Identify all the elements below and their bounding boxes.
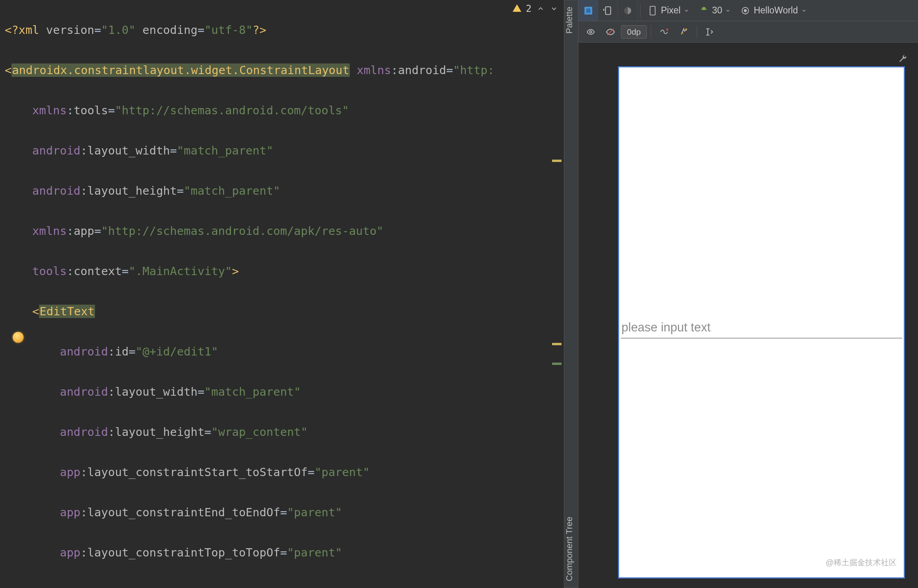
toggle-issue-panel-icon[interactable] <box>601 23 619 41</box>
device-phone-icon <box>647 6 658 16</box>
xml-code-editor[interactable]: 2 <?xml version="1.0" encoding="utf-8"?>… <box>0 0 564 588</box>
edittext-preview[interactable] <box>621 318 902 339</box>
svg-point-9 <box>590 31 592 33</box>
default-margins-icon[interactable] <box>701 23 719 41</box>
svg-point-5 <box>702 8 703 9</box>
night-mode-icon[interactable] <box>618 0 638 21</box>
attributes-wrench-icon[interactable] <box>897 54 909 65</box>
watermark-text: @稀土掘金技术社区 <box>826 557 897 568</box>
design-toolbar-top: Pixel 30 HelloWorld <box>578 0 918 21</box>
svg-point-6 <box>705 8 705 9</box>
clear-constraints-icon[interactable] <box>655 23 673 41</box>
theme-selector[interactable]: HelloWorld <box>735 0 811 21</box>
theme-name: HelloWorld <box>754 5 798 16</box>
palette-label: Palette <box>564 7 574 34</box>
layout-design-preview: Pixel 30 HelloWorld <box>578 0 918 588</box>
code-content[interactable]: <?xml version="1.0" encoding="utf-8"?> <… <box>5 0 564 588</box>
api-level-selector[interactable]: 30 <box>694 0 736 21</box>
chevron-down-icon <box>725 8 731 13</box>
svg-rect-2 <box>605 7 610 15</box>
device-preview-frame[interactable]: @稀土掘金技术社区 <box>618 66 905 579</box>
svg-point-8 <box>744 9 747 12</box>
separator <box>697 26 697 38</box>
component-tree-tool-window-button[interactable]: Component Tree <box>564 510 578 588</box>
component-tree-label: Component Tree <box>564 517 574 581</box>
device-name: Pixel <box>661 5 681 16</box>
separator <box>640 4 640 18</box>
infer-constraints-icon[interactable] <box>675 23 693 41</box>
chevron-down-icon <box>684 8 689 13</box>
design-surface-select-icon[interactable] <box>578 0 598 21</box>
svg-point-14 <box>682 32 683 33</box>
chevron-down-icon <box>801 8 807 13</box>
zoom-spacing-field[interactable]: 0dp <box>621 25 647 39</box>
tool-window-rail: Palette Component Tree <box>564 0 578 588</box>
svg-point-13 <box>685 28 687 30</box>
api-level: 30 <box>712 5 722 16</box>
palette-tool-window-button[interactable]: Palette <box>564 0 578 40</box>
android-icon <box>699 6 709 16</box>
android-studio-layout-editor: 2 <?xml version="1.0" encoding="utf-8"?>… <box>0 0 918 588</box>
device-selector[interactable]: Pixel <box>643 0 694 21</box>
svg-rect-1 <box>586 8 590 13</box>
orientation-toggle-icon[interactable] <box>598 0 618 21</box>
separator <box>651 26 651 38</box>
theme-icon <box>740 6 750 16</box>
svg-rect-4 <box>650 6 655 15</box>
design-toolbar-secondary: 0dp <box>578 21 918 43</box>
design-canvas[interactable]: @稀土掘金技术社区 <box>578 43 918 588</box>
view-options-icon[interactable] <box>582 23 600 41</box>
